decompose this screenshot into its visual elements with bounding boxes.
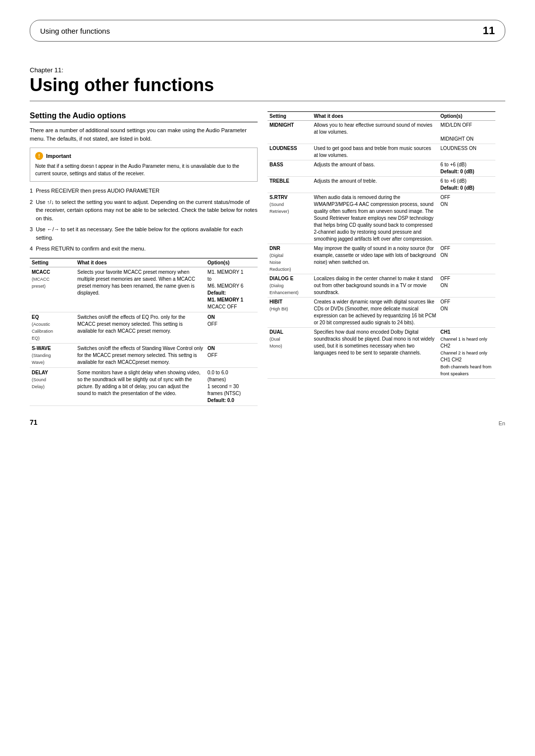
left-table-header-options: Option(s) [206, 258, 258, 267]
setting-cell: TREBLE [268, 177, 312, 193]
step-3: 3 Use ←/→ to set it as necessary. See th… [30, 225, 258, 242]
table-row: DNR (DigitalNoiseReduction) May improve … [268, 244, 495, 274]
chapter-area: Chapter 11: Using other functions [30, 66, 505, 101]
setting-cell: HIBIT (High Bit) [268, 298, 312, 328]
important-header: ! Important [35, 152, 252, 160]
page-number: 71 [30, 418, 38, 426]
what-cell: Switches on/off the effects of EQ Pro. o… [75, 312, 206, 343]
chapter-title: Using other functions [30, 75, 505, 101]
table-row: BASS Adjusts the amount of bass. 6 to +6… [268, 160, 495, 177]
step-1-num: 1 [30, 187, 33, 195]
step-1-text: Press RECEIVER then press AUDIO PARAMETE… [36, 187, 258, 195]
right-table-header-setting: Setting [268, 112, 312, 121]
setting-cell: S.RTRV (SoundRetriever) [268, 193, 312, 244]
important-label: Important [46, 153, 71, 159]
what-cell: Allows you to hear effective surround so… [312, 121, 438, 144]
top-banner-title: Using other functions [40, 27, 110, 35]
intro-text: There are a number of additional sound s… [30, 126, 258, 143]
step-4-text: Press RETURN to confirm and exit the men… [36, 245, 258, 253]
step-1: 1 Press RECEIVER then press AUDIO PARAME… [30, 187, 258, 195]
right-table-header-options: Option(s) [438, 112, 495, 121]
step-2-text: Use ↑/↓ to select the setting you want t… [36, 198, 258, 223]
left-table-header-setting: Setting [30, 258, 75, 267]
setting-cell: S-WAVE (StandingWave) [30, 343, 75, 367]
setting-cell: MIDNIGHT [268, 121, 312, 144]
setting-cell: DELAY (SoundDelay) [30, 367, 75, 405]
right-settings-table: Setting What it does Option(s) MIDNIGHT … [268, 111, 495, 379]
what-cell: Adjusts the amount of treble. [312, 177, 438, 193]
setting-cell: LOUDNESS [268, 144, 312, 160]
table-row: EQ (AcousticCalibrationEQ) Switches on/o… [30, 312, 258, 343]
options-cell: MID/LDN OFF MIDNIGHT ON [438, 121, 495, 144]
setting-cell: DUAL (DualMono) [268, 328, 312, 379]
options-cell: OFFON [438, 274, 495, 298]
chapter-label: Chapter 11: [30, 66, 505, 74]
table-row: MCACC (MCACCpreset) Selects your favorit… [30, 267, 258, 312]
table-row: MIDNIGHT Allows you to hear effective su… [268, 121, 495, 144]
two-col-layout: Setting the Audio options There are a nu… [30, 111, 505, 406]
table-row: S.RTRV (SoundRetriever) When audio data … [268, 193, 495, 244]
table-row: DIALOG E (DialogEnhancement) Localizes d… [268, 274, 495, 298]
step-2-num: 2 [30, 198, 33, 223]
options-cell: ON OFF [206, 312, 258, 343]
table-row: DUAL (DualMono) Specifies how dual mono … [268, 328, 495, 379]
options-cell: 0.0 to 6.0(frames) 1 second = 30frames (… [206, 367, 258, 405]
left-settings-table: Setting What it does Option(s) MCACC (MC… [30, 258, 258, 406]
what-cell: Specifies how dual mono encoded Dolby Di… [312, 328, 438, 379]
step-3-num: 3 [30, 225, 33, 242]
right-column: Setting What it does Option(s) MIDNIGHT … [268, 111, 495, 406]
section-heading: Setting the Audio options [30, 111, 258, 122]
step-3-text: Use ←/→ to set it as necessary. See the … [36, 225, 258, 242]
what-cell: May improve the quality of sound in a no… [312, 244, 438, 274]
options-cell: LOUDNESS ON [438, 144, 495, 160]
options-cell: OFFON [438, 298, 495, 328]
options-cell: 6 to +6 (dB) Default: 0 (dB) [438, 160, 495, 177]
options-cell: CH1 Channel 1 is heard only CH2 Channel … [438, 328, 495, 379]
what-cell: Localizes dialog in the center channel t… [312, 274, 438, 298]
what-cell: Selects your favorite MCACC preset memor… [75, 267, 206, 312]
left-table-header-what: What it does [75, 258, 206, 267]
page-container: Using other functions 11 Chapter 11: Usi… [0, 20, 535, 756]
what-cell: When audio data is removed during the WM… [312, 193, 438, 244]
what-cell: Creates a wider dynamic range with digit… [312, 298, 438, 328]
steps-list: 1 Press RECEIVER then press AUDIO PARAME… [30, 187, 258, 253]
setting-cell: DNR (DigitalNoiseReduction) [268, 244, 312, 274]
step-4: 4 Press RETURN to confirm and exit the m… [30, 245, 258, 253]
step-2: 2 Use ↑/↓ to select the setting you want… [30, 198, 258, 223]
table-row: DELAY (SoundDelay) Some monitors have a … [30, 367, 258, 405]
important-text: Note that if a setting doesn t appear in… [35, 162, 252, 177]
warning-icon: ! [35, 152, 43, 160]
options-cell: M1. MEMORY 1toM6. MEMORY 6 Default:M1. M… [206, 267, 258, 312]
step-4-num: 4 [30, 245, 33, 253]
top-banner-number: 11 [483, 24, 495, 37]
left-column: Setting the Audio options There are a nu… [30, 111, 258, 406]
setting-cell: EQ (AcousticCalibrationEQ) [30, 312, 75, 343]
table-row: TREBLE Adjusts the amount of treble. 6 t… [268, 177, 495, 193]
right-table-header-what: What it does [312, 112, 438, 121]
options-cell: ON OFF [206, 343, 258, 367]
what-cell: Adjusts the amount of bass. [312, 160, 438, 177]
table-row: HIBIT (High Bit) Creates a wider dynamic… [268, 298, 495, 328]
footer-lang: En [499, 420, 505, 426]
what-cell: Used to get good bass and treble from mu… [312, 144, 438, 160]
options-cell: 6 to +6 (dB) Default: 0 (dB) [438, 177, 495, 193]
table-row: LOUDNESS Used to get good bass and trebl… [268, 144, 495, 160]
important-box: ! Important Note that if a setting doesn… [30, 148, 258, 182]
what-cell: Switches on/off the effects of Standing … [75, 343, 206, 367]
what-cell: Some monitors have a slight delay when s… [75, 367, 206, 405]
setting-cell: DIALOG E (DialogEnhancement) [268, 274, 312, 298]
page-footer: 71 En [30, 416, 505, 426]
setting-cell: BASS [268, 160, 312, 177]
options-cell: OFFON [438, 244, 495, 274]
table-row: S-WAVE (StandingWave) Switches on/off th… [30, 343, 258, 367]
options-cell: OFFON [438, 193, 495, 244]
setting-cell: MCACC (MCACCpreset) [30, 267, 75, 312]
top-banner: Using other functions 11 [30, 20, 505, 42]
